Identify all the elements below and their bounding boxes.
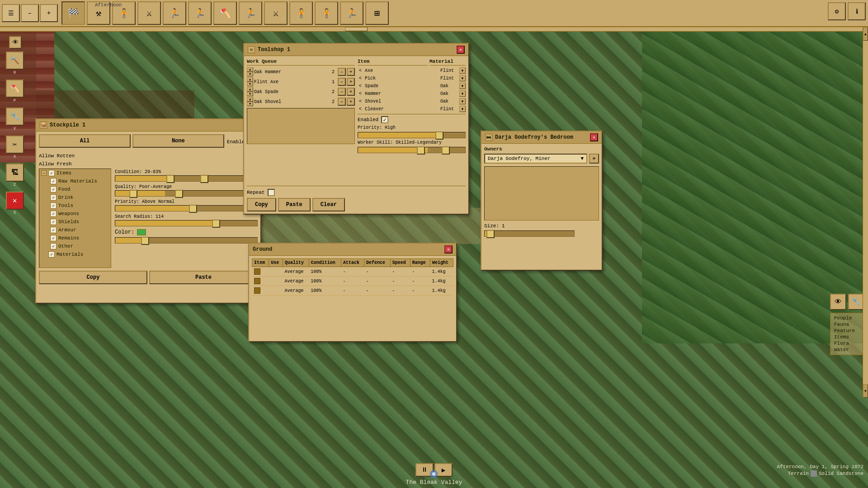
- queue-plus-2[interactable]: +: [347, 78, 355, 86]
- toolshop-enabled-checkbox[interactable]: ✓: [381, 116, 388, 123]
- queue-minus-4[interactable]: –: [338, 98, 346, 106]
- categories-list[interactable]: – ✓ Items ✓ Raw Materials ✓ Food ✓ Drink: [39, 169, 111, 268]
- toolbar-icon-sword1[interactable]: ⚔: [137, 1, 161, 25]
- ground-row-1[interactable]: Average 100% - - - - 1.4kg: [252, 267, 453, 277]
- link-flora[interactable]: Flora: [834, 340, 860, 347]
- cat-other[interactable]: ✓ Other: [39, 242, 111, 250]
- mat-dropdown-shovel[interactable]: ▼: [459, 98, 466, 104]
- link-items[interactable]: Items: [834, 334, 860, 340]
- item-arrow-hammer[interactable]: <: [358, 91, 363, 96]
- drink-check[interactable]: ✓: [50, 194, 57, 201]
- queue-plus-1[interactable]: +: [347, 68, 355, 76]
- ground-close-button[interactable]: ✕: [444, 245, 453, 253]
- top-scrollbar[interactable]: [0, 27, 863, 32]
- item-arrow-cleaver[interactable]: <: [358, 107, 363, 112]
- toolshop-priority-slider[interactable]: [358, 132, 466, 138]
- right-scrollbar[interactable]: ▲ ▼: [863, 27, 868, 398]
- cat-armour[interactable]: ✓ Armour: [39, 226, 111, 234]
- link-feature[interactable]: Feature: [834, 328, 860, 334]
- toolbar-icon-person3[interactable]: 🏃: [188, 1, 212, 25]
- item-arrow-spade[interactable]: <: [358, 84, 363, 89]
- toolbar-icon-person7[interactable]: 🏃: [340, 1, 363, 25]
- ground-row-2[interactable]: Average 100% - - - - 1.4kg: [252, 277, 453, 286]
- cat-raw-materials[interactable]: ✓ Raw Materials: [39, 177, 111, 185]
- eye-icon-left[interactable]: 👁: [9, 36, 22, 49]
- eye-mini-button[interactable]: 👁: [830, 294, 846, 310]
- item-arrow-pick[interactable]: <: [358, 76, 363, 81]
- shields-check[interactable]: ✓: [50, 219, 57, 225]
- queue-down-2[interactable]: ▼: [247, 82, 253, 86]
- toolshop-paste-button[interactable]: Paste: [278, 198, 311, 211]
- cat-tools[interactable]: ✓ Tools: [39, 202, 111, 210]
- queue-down-4[interactable]: ▼: [247, 102, 253, 106]
- stockpile-copy-button[interactable]: Copy: [39, 271, 147, 284]
- cat-shields[interactable]: ✓ Shields: [39, 218, 111, 226]
- sidebar-tool-1[interactable]: 🔨: [6, 52, 24, 70]
- other-check[interactable]: ✓: [50, 243, 57, 249]
- sidebar-tool-4[interactable]: ✂: [6, 136, 24, 154]
- cat-materials[interactable]: ✓ Materials: [39, 250, 111, 258]
- weapons-check[interactable]: ✓: [50, 211, 57, 217]
- condition-slider[interactable]: [115, 175, 258, 182]
- toolshop-close-button[interactable]: ✕: [457, 46, 465, 54]
- link-water[interactable]: Water: [834, 347, 860, 353]
- toolshop-skill-slider[interactable]: [358, 147, 466, 153]
- toolbar-icon-person5[interactable]: 🧍: [289, 1, 313, 25]
- link-fauna[interactable]: Fauna: [834, 321, 860, 328]
- toolbar-icon-person4[interactable]: 🏃: [239, 1, 262, 25]
- toolbar-icon-axe[interactable]: 🪓: [213, 1, 237, 25]
- armour-check[interactable]: ✓: [50, 227, 57, 233]
- toolshop-clear-button[interactable]: Clear: [312, 198, 345, 211]
- scroll-handle[interactable]: [345, 27, 368, 31]
- items-check[interactable]: ✓: [48, 170, 55, 176]
- size-slider[interactable]: [484, 230, 575, 237]
- cat-weapons[interactable]: ✓ Weapons: [39, 210, 111, 218]
- tools-check[interactable]: ✓: [50, 202, 57, 209]
- toolbar-icon-grid[interactable]: ⊞: [365, 1, 389, 25]
- sidebar-tool-6[interactable]: ✕: [6, 192, 24, 210]
- mat-dropdown-axe[interactable]: ▼: [459, 67, 466, 74]
- quality-slider[interactable]: [115, 190, 258, 197]
- cat-remains[interactable]: ✓ Remains: [39, 234, 111, 242]
- toolbar-icon-person2[interactable]: 🏃: [163, 1, 186, 25]
- item-arrow-axe[interactable]: <: [358, 68, 363, 73]
- bedroom-close-button[interactable]: ✕: [590, 133, 598, 141]
- mat-dropdown-cleaver[interactable]: ▼: [459, 106, 466, 112]
- items-expand[interactable]: –: [41, 170, 47, 176]
- zoom-out-button[interactable]: –: [21, 4, 39, 22]
- toolbar-icon-sword2[interactable]: ⚔: [264, 1, 288, 25]
- cat-food[interactable]: ✓ Food: [39, 185, 111, 193]
- info-button[interactable]: ℹ: [848, 2, 866, 20]
- materials-check[interactable]: ✓: [48, 251, 55, 258]
- queue-up-4[interactable]: ▲: [247, 97, 253, 102]
- queue-up-1[interactable]: ▲: [247, 67, 253, 72]
- add-owner-button[interactable]: +: [589, 154, 599, 164]
- settings-button[interactable]: ⚙: [828, 2, 846, 20]
- mat-dropdown-spade[interactable]: ▼: [459, 83, 466, 89]
- color-slider[interactable]: [115, 237, 258, 244]
- toolbar-icon-flag[interactable]: 🏁: [61, 1, 85, 25]
- color-swatch[interactable]: [137, 229, 146, 235]
- scroll-down-arrow[interactable]: ▼: [863, 384, 868, 398]
- toolshop-copy-button[interactable]: Copy: [247, 198, 276, 211]
- stockpile-paste-button[interactable]: Paste: [149, 271, 258, 284]
- repeat-checkbox[interactable]: [268, 189, 275, 196]
- queue-up-3[interactable]: ▲: [247, 87, 253, 92]
- sidebar-tool-2[interactable]: 🪓: [6, 80, 24, 98]
- search-radius-slider[interactable]: [115, 220, 258, 226]
- food-check[interactable]: ✓: [50, 186, 57, 192]
- queue-down-1[interactable]: ▼: [247, 72, 253, 76]
- cat-items[interactable]: – ✓ Items: [39, 169, 111, 177]
- queue-down-3[interactable]: ▼: [247, 92, 253, 96]
- link-people[interactable]: People: [834, 315, 860, 321]
- zoom-in-button[interactable]: +: [40, 4, 58, 22]
- item-arrow-shovel[interactable]: <: [358, 99, 363, 104]
- mat-dropdown-hammer[interactable]: ▼: [459, 90, 466, 97]
- tool-mini-button[interactable]: 🔧: [848, 294, 864, 310]
- owner-dropdown[interactable]: Darja Godefroy, Miner ▼: [484, 154, 587, 164]
- queue-up-2[interactable]: ▲: [247, 77, 253, 82]
- all-button[interactable]: All: [39, 134, 131, 148]
- mat-dropdown-pick[interactable]: ▼: [459, 75, 466, 81]
- cat-drink[interactable]: ✓ Drink: [39, 193, 111, 202]
- queue-minus-3[interactable]: –: [338, 88, 346, 96]
